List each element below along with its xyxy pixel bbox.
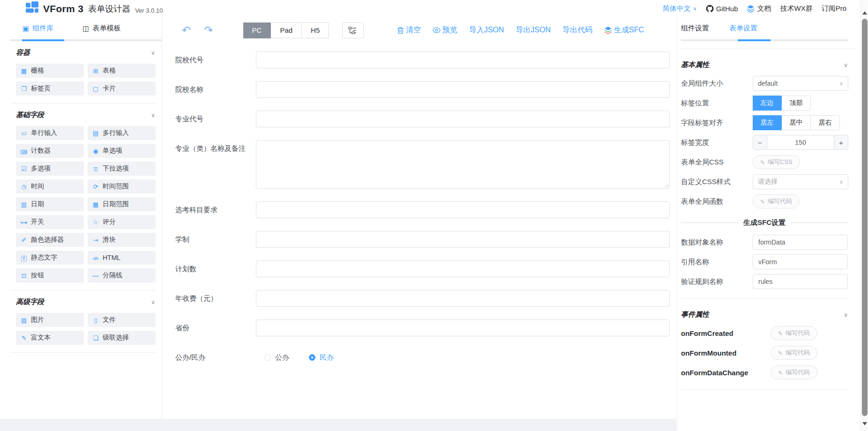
component-item[interactable]: 下拉选项 bbox=[88, 162, 156, 176]
scroll-down-arrow-icon[interactable] bbox=[862, 422, 867, 425]
component-item[interactable]: 文件 bbox=[88, 313, 156, 327]
form-field-row[interactable]: 选考科目要求 bbox=[175, 201, 677, 218]
edit-event-code-button[interactable]: 编写代码 bbox=[771, 365, 817, 379]
plus-icon[interactable]: + bbox=[834, 135, 848, 149]
global-size-select[interactable]: default ∨ bbox=[753, 76, 848, 91]
segment-option[interactable]: 居右 bbox=[811, 115, 840, 130]
export-code-button[interactable]: 导出代码 bbox=[562, 25, 592, 35]
component-item[interactable]: 日期 bbox=[16, 197, 84, 211]
import-json-button[interactable]: 导入JSON bbox=[469, 25, 504, 35]
settings-tab[interactable]: 表单设置 bbox=[729, 24, 757, 33]
text-input[interactable] bbox=[256, 81, 670, 98]
textarea-input[interactable] bbox=[256, 140, 670, 189]
component-item[interactable]: 日期范围 bbox=[88, 197, 156, 211]
text-input[interactable] bbox=[256, 290, 670, 307]
form-canvas[interactable]: 院校代号 院校名称 bbox=[162, 43, 677, 366]
component-item[interactable]: 颜色选择器 bbox=[16, 233, 84, 247]
node-tree-button[interactable] bbox=[342, 22, 364, 38]
form-field-row[interactable]: 专业代号 bbox=[175, 111, 677, 127]
component-item[interactable]: 卡片 bbox=[88, 82, 156, 96]
docs-link[interactable]: 文档 bbox=[747, 4, 771, 13]
form-field-row[interactable]: 专业（类）名称及备注 bbox=[175, 140, 677, 189]
radio-option[interactable]: 民办 bbox=[309, 353, 334, 362]
date-icon bbox=[20, 201, 28, 208]
component-item[interactable]: 多选项 bbox=[16, 162, 84, 176]
device-tab[interactable]: H5 bbox=[302, 22, 329, 38]
edit-css-button[interactable]: 编写CSS bbox=[753, 155, 800, 169]
widget-panel-tab[interactable]: 表单模板 bbox=[82, 24, 120, 33]
component-item[interactable]: 评分 bbox=[88, 215, 156, 229]
component-item[interactable]: 栅格 bbox=[16, 64, 84, 78]
text-input[interactable] bbox=[256, 52, 670, 68]
segment-option[interactable]: 顶部 bbox=[782, 96, 811, 111]
text-input[interactable]: vForm bbox=[753, 254, 848, 269]
undo-button[interactable]: ↶ bbox=[182, 25, 191, 36]
custom-css-class-select[interactable]: 请选择 ∨ bbox=[753, 174, 848, 189]
component-item[interactable]: 级联选择 bbox=[88, 331, 156, 345]
component-item[interactable]: 单行输入 bbox=[16, 126, 84, 140]
text-input[interactable]: formData bbox=[753, 235, 848, 250]
clear-button[interactable]: 清空 bbox=[397, 25, 421, 35]
scrollbar-thumb[interactable] bbox=[862, 19, 868, 416]
component-item[interactable]: 富文本 bbox=[16, 331, 84, 345]
edit-global-functions-button[interactable]: 编写代码 bbox=[753, 194, 800, 208]
segment-option[interactable]: 左边 bbox=[753, 96, 782, 111]
component-item[interactable]: 滑块 bbox=[88, 233, 156, 247]
segment-option[interactable]: 居中 bbox=[782, 115, 811, 130]
section-header-container[interactable]: 容器 ∨ bbox=[0, 41, 162, 62]
scroll-up-arrow-icon[interactable] bbox=[862, 11, 867, 15]
text-input[interactable] bbox=[256, 260, 670, 277]
edit-event-code-button[interactable]: 编写代码 bbox=[771, 346, 817, 360]
component-item[interactable]: 静态文字 bbox=[16, 251, 84, 265]
component-item[interactable]: 单选项 bbox=[88, 144, 156, 158]
radio-option[interactable]: 公办 bbox=[264, 353, 289, 362]
component-item[interactable]: HTML bbox=[88, 251, 156, 265]
component-item[interactable]: 表格 bbox=[88, 64, 156, 78]
component-item[interactable]: 图片 bbox=[16, 313, 84, 327]
text-input[interactable] bbox=[256, 111, 670, 127]
chevron-down-icon: ∨ bbox=[151, 299, 155, 305]
label-width-value[interactable]: 150 bbox=[767, 135, 834, 149]
form-field-row[interactable]: 计划数 bbox=[175, 260, 677, 277]
device-tab[interactable]: Pad bbox=[271, 22, 302, 38]
language-select[interactable]: 简体中文 ∨ bbox=[663, 4, 697, 13]
form-field-row[interactable]: 省份 bbox=[175, 320, 677, 336]
form-field-row[interactable]: 学制 bbox=[175, 231, 677, 248]
subscribe-pro-link[interactable]: 订阅Pro bbox=[822, 4, 846, 13]
section-header-basic-fields[interactable]: 基础字段 ∨ bbox=[0, 104, 162, 124]
text-input[interactable] bbox=[256, 201, 670, 218]
component-item[interactable]: 计数器 bbox=[16, 144, 84, 158]
section-header-advanced-fields[interactable]: 高级字段 ∨ bbox=[0, 290, 162, 311]
text-input[interactable]: rules bbox=[753, 274, 848, 289]
page-scrollbar[interactable] bbox=[861, 0, 868, 431]
generate-sfc-button[interactable]: 生成SFC bbox=[604, 25, 644, 35]
edit-icon bbox=[778, 369, 783, 376]
export-json-button[interactable]: 导出JSON bbox=[516, 25, 551, 35]
edit-event-code-button[interactable]: 编写代码 bbox=[771, 326, 817, 340]
component-item[interactable]: 标签页 bbox=[16, 82, 84, 96]
basic-props-header[interactable]: 基本属性 ∨ bbox=[681, 60, 848, 69]
preview-button[interactable]: 预览 bbox=[433, 25, 457, 35]
component-item[interactable]: 时间范围 bbox=[88, 179, 156, 193]
component-item[interactable]: 多行输入 bbox=[88, 126, 156, 140]
text-input[interactable] bbox=[256, 231, 670, 248]
component-item[interactable]: 分隔线 bbox=[88, 268, 156, 282]
form-field-row[interactable]: 院校名称 bbox=[175, 81, 677, 98]
event-props-header[interactable]: 事件属性 ∨ bbox=[681, 310, 848, 319]
device-tab[interactable]: PC bbox=[243, 22, 271, 38]
component-item[interactable]: 按钮 bbox=[16, 268, 84, 282]
form-field-row[interactable]: 公办/民办 公办 民办 bbox=[175, 349, 677, 366]
segment-option[interactable]: 居左 bbox=[753, 115, 782, 130]
redo-button[interactable]: ↷ bbox=[204, 25, 213, 36]
widget-panel-tab[interactable]: 组件库 bbox=[22, 24, 53, 33]
device-switcher: PC Pad H5 bbox=[243, 22, 329, 38]
github-link[interactable]: GitHub bbox=[706, 5, 738, 13]
form-field-row[interactable]: 院校代号 bbox=[175, 52, 677, 68]
settings-tab[interactable]: 组件设置 bbox=[681, 24, 709, 33]
component-item[interactable]: 开关 bbox=[16, 215, 84, 229]
form-field-row[interactable]: 年收费（元） bbox=[175, 290, 677, 307]
component-item[interactable]: 时间 bbox=[16, 179, 84, 193]
wx-group-link[interactable]: 技术WX群 bbox=[780, 4, 812, 13]
text-input[interactable] bbox=[256, 320, 670, 336]
minus-icon[interactable]: − bbox=[753, 135, 767, 149]
